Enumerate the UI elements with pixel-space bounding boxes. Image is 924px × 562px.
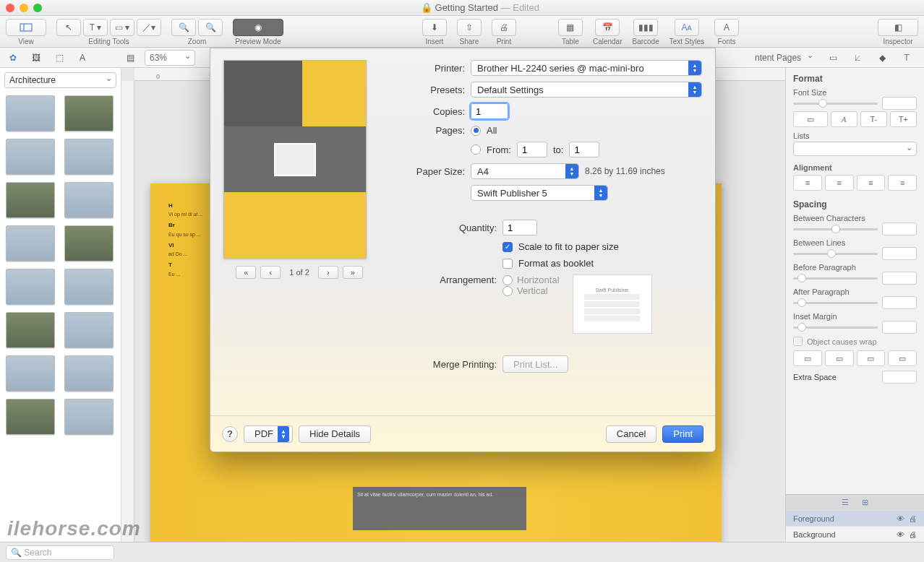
- shapes-tab-icon[interactable]: ⬚: [51, 51, 68, 65]
- calendar-button[interactable]: 📅: [595, 19, 620, 36]
- zoom-in-button[interactable]: 🔍: [198, 19, 223, 36]
- print-confirm-button[interactable]: Print: [662, 425, 703, 443]
- papersize-select[interactable]: A4▲▼: [471, 163, 579, 179]
- pages-panel-icon[interactable]: ▤: [121, 51, 139, 65]
- inspector-tab-doc-icon[interactable]: ▭: [824, 51, 842, 65]
- photos-tab-icon[interactable]: 🖼: [27, 51, 45, 65]
- before-para-value[interactable]: [882, 272, 917, 285]
- asset-thumb[interactable]: [6, 182, 55, 218]
- pager-last-button[interactable]: »: [343, 266, 363, 279]
- after-para-value[interactable]: [882, 296, 917, 309]
- insert-button[interactable]: ⬇: [422, 19, 447, 36]
- before-para-slider[interactable]: [797, 274, 806, 282]
- close-window-button[interactable]: [6, 4, 14, 12]
- asset-thumb[interactable]: [64, 182, 114, 218]
- assets-tab-icon[interactable]: ✿: [4, 51, 22, 65]
- asset-thumb[interactable]: [6, 355, 55, 392]
- line-tool-button[interactable]: ／▾: [137, 19, 161, 36]
- grid-icon[interactable]: ⊞: [862, 498, 868, 507]
- pager-prev-button[interactable]: ‹: [260, 266, 281, 279]
- inset-slider[interactable]: [797, 323, 806, 332]
- presets-select[interactable]: Default Settings▲▼: [471, 82, 702, 98]
- pager-first-button[interactable]: «: [236, 266, 256, 279]
- zoom-out-button[interactable]: 🔍: [171, 19, 196, 36]
- char-spacing-value[interactable]: [882, 222, 917, 235]
- fontsize-slider[interactable]: [818, 99, 827, 108]
- increase-size-button[interactable]: T+: [890, 111, 917, 127]
- scale-checkbox[interactable]: [502, 242, 513, 252]
- asset-thumb[interactable]: [6, 399, 55, 435]
- print-layer-icon[interactable]: 🖨: [909, 530, 917, 539]
- wrap-around-button[interactable]: ▭: [857, 350, 886, 366]
- line-spacing-value[interactable]: [882, 247, 917, 260]
- decrease-size-button[interactable]: T-: [860, 111, 887, 127]
- pager-next-button[interactable]: ›: [318, 266, 338, 279]
- print-layer-icon[interactable]: 🖨: [909, 514, 917, 523]
- lists-select[interactable]: [793, 142, 917, 156]
- asset-thumb[interactable]: [64, 312, 114, 348]
- fonts-button[interactable]: A: [714, 19, 739, 36]
- text-tool-button[interactable]: T ▾: [83, 19, 108, 36]
- wrap-checkbox[interactable]: [793, 337, 803, 346]
- asset-thumb[interactable]: [64, 399, 114, 435]
- search-field[interactable]: 🔍 Search: [6, 545, 114, 560]
- asset-thumb[interactable]: [64, 95, 114, 131]
- asset-thumb[interactable]: [64, 139, 114, 175]
- wrap-none-button[interactable]: ▭: [888, 350, 917, 366]
- text-tab-icon[interactable]: A: [74, 51, 91, 65]
- inspector-button[interactable]: ◧: [878, 19, 918, 36]
- printer-select[interactable]: Brother HL-2240 series @ mac-mini-bro▲▼: [471, 60, 702, 76]
- text-styles-button[interactable]: Aᴀ: [675, 19, 699, 36]
- fontsize-value[interactable]: [882, 97, 917, 110]
- wrap-right-button[interactable]: ▭: [825, 350, 854, 366]
- table-button[interactable]: ▦: [558, 19, 583, 36]
- pages-range-radio[interactable]: [471, 144, 481, 155]
- align-center-button[interactable]: ≡: [825, 175, 854, 191]
- asset-thumb[interactable]: [6, 269, 55, 305]
- align-justify-button[interactable]: ≡: [888, 175, 917, 191]
- hide-details-button[interactable]: Hide Details: [299, 425, 371, 443]
- pdf-menu-button[interactable]: PDF▲▼: [244, 425, 293, 443]
- align-left-button[interactable]: ≡: [793, 175, 822, 191]
- layers-icon[interactable]: ☰: [842, 498, 849, 507]
- share-button[interactable]: ⇧: [457, 19, 482, 36]
- inspector-tab-appearance-icon[interactable]: ◆: [873, 51, 891, 65]
- inset-value[interactable]: [882, 321, 917, 334]
- asset-thumb[interactable]: [64, 269, 114, 305]
- app-options-select[interactable]: Swift Publisher 5▲▼: [471, 185, 608, 201]
- barcode-button[interactable]: ▮▮▮: [633, 19, 658, 36]
- align-right-button[interactable]: ≡: [857, 175, 886, 191]
- asset-category-select[interactable]: Architecture: [4, 72, 116, 88]
- font-color-button[interactable]: ▭: [793, 111, 828, 127]
- zoom-window-button[interactable]: [33, 4, 42, 12]
- inspector-tab-geometry-icon[interactable]: ⟀: [849, 51, 866, 65]
- zoom-select[interactable]: 63%: [145, 50, 195, 66]
- char-spacing-slider[interactable]: [831, 225, 840, 233]
- view-button[interactable]: [6, 19, 46, 36]
- help-button[interactable]: ?: [222, 426, 238, 442]
- asset-thumb[interactable]: [6, 95, 55, 131]
- preview-mode-button[interactable]: ◉: [233, 19, 283, 36]
- minimize-window-button[interactable]: [20, 4, 28, 12]
- asset-thumb[interactable]: [6, 225, 55, 261]
- select-tool-button[interactable]: ↖: [56, 19, 81, 36]
- font-style-button[interactable]: A: [831, 111, 857, 127]
- print-button[interactable]: 🖨: [492, 19, 516, 36]
- wrap-left-button[interactable]: ▭: [793, 350, 822, 366]
- copies-input[interactable]: [471, 103, 508, 119]
- quantity-input[interactable]: [502, 220, 537, 235]
- asset-thumb[interactable]: [64, 225, 114, 261]
- shape-tool-button[interactable]: ▭ ▾: [110, 19, 134, 36]
- pages-to-input[interactable]: [569, 142, 599, 157]
- booklet-checkbox[interactable]: [502, 259, 513, 269]
- layer-background-row[interactable]: Background👁🖨: [786, 526, 924, 542]
- visibility-icon[interactable]: 👁: [897, 514, 904, 523]
- pages-from-input[interactable]: [517, 142, 547, 157]
- line-spacing-slider[interactable]: [827, 249, 836, 258]
- visibility-icon[interactable]: 👁: [897, 530, 904, 539]
- layer-foreground-row[interactable]: Foreground👁🖨: [786, 510, 924, 526]
- cancel-button[interactable]: Cancel: [606, 425, 656, 443]
- content-pages-select[interactable]: ntent Pages: [750, 50, 817, 66]
- pages-all-radio[interactable]: [471, 126, 481, 136]
- extra-space-value[interactable]: [882, 371, 917, 384]
